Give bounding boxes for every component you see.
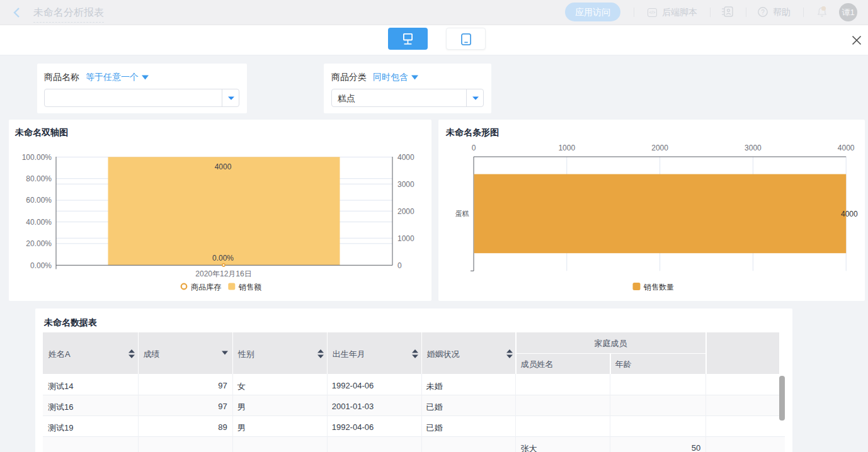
svg-text:0.00%: 0.00% (212, 254, 234, 263)
svg-text:1000: 1000 (558, 144, 575, 152)
svg-text:蛋糕: 蛋糕 (455, 210, 469, 217)
svg-text:0: 0 (472, 144, 476, 152)
svg-text:0.00%: 0.00% (30, 261, 52, 270)
svg-text:3000: 3000 (745, 144, 762, 152)
svg-text:2020年12月16日: 2020年12月16日 (195, 269, 251, 278)
svg-text:100.00%: 100.00% (22, 153, 52, 162)
svg-text:商品库存: 商品库存 (191, 283, 221, 291)
svg-text:3000: 3000 (397, 180, 414, 189)
svg-text:40.00%: 40.00% (26, 218, 52, 227)
svg-text:60.00%: 60.00% (26, 196, 52, 205)
svg-text:4000: 4000 (841, 210, 858, 218)
svg-text:?: ? (761, 9, 765, 16)
svg-text:销售数量: 销售数量 (643, 283, 674, 291)
svg-text:4000: 4000 (215, 162, 232, 171)
svg-text:4000: 4000 (397, 153, 414, 162)
svg-text:4000: 4000 (838, 144, 855, 152)
svg-text:80.00%: 80.00% (26, 174, 52, 183)
svg-text:20.00%: 20.00% (26, 239, 52, 248)
svg-text:2000: 2000 (397, 207, 414, 216)
svg-text:2000: 2000 (651, 144, 668, 152)
svg-text:1000: 1000 (397, 234, 414, 243)
svg-text:0: 0 (397, 261, 402, 270)
svg-text:销售额: 销售额 (238, 283, 261, 291)
